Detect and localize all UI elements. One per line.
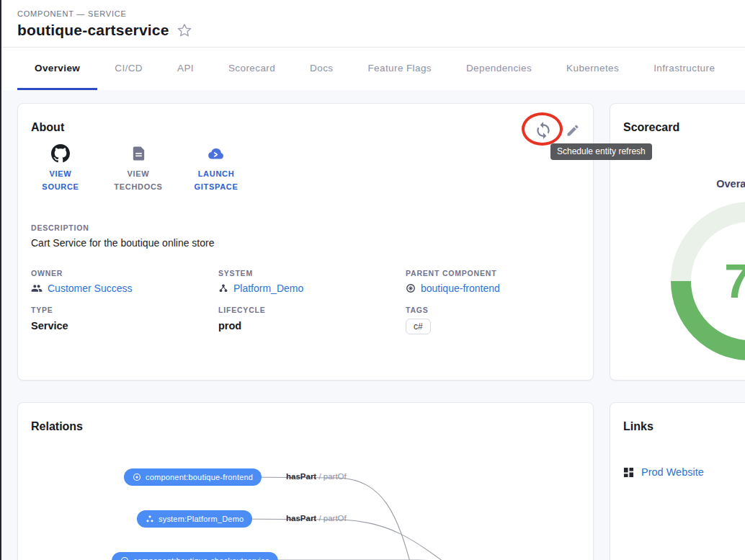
links-card-title: Links	[623, 420, 745, 433]
about-fields-grid: OWNER Customer Success SYSTEM Platform_D…	[31, 269, 579, 334]
view-source-link[interactable]: VIEW SOURCE	[31, 144, 90, 193]
refresh-icon	[534, 121, 553, 140]
tab-dependencies[interactable]: Dependencies	[449, 48, 549, 90]
about-card-title: About	[31, 121, 579, 134]
component-icon	[133, 473, 141, 481]
launch-gitspace-link[interactable]: LAUNCH GITSPACE	[187, 144, 246, 193]
lifecycle-value: prod	[218, 320, 406, 332]
description-field: DESCRIPTION Cart Service for the boutiqu…	[31, 223, 579, 249]
component-icon	[120, 556, 129, 560]
system-icon	[218, 283, 228, 293]
owner-value: Customer Success	[48, 283, 132, 294]
prod-website-label: Prod Website	[641, 466, 704, 478]
links-card: Links Prod Website	[610, 402, 745, 560]
tab-cicd[interactable]: CI/CD	[97, 48, 160, 90]
system-label: SYSTEM	[218, 269, 406, 277]
tab-bar: Overview CI/CD API Scorecard Docs Featur…	[1, 48, 745, 90]
view-source-label: VIEW SOURCE	[31, 168, 90, 193]
pencil-icon	[566, 123, 580, 138]
system-link[interactable]: Platform_Demo	[218, 283, 406, 294]
parent-component-label: PARENT COMPONENT	[406, 269, 579, 277]
owner-link[interactable]: Customer Success	[31, 283, 218, 294]
page-header: COMPONENT — SERVICE boutique-cartservice	[1, 0, 745, 48]
lifecycle-label: LIFECYCLE	[218, 306, 406, 314]
graph-node-platform-demo[interactable]: system:Platform_Demo	[137, 510, 252, 528]
dashboard-icon	[623, 467, 634, 478]
system-icon	[146, 515, 154, 523]
refresh-tooltip: Schedule entity refresh	[550, 143, 652, 160]
type-label: TYPE	[31, 306, 218, 314]
graph-node-boutique-checkoutservice[interactable]: component:boutique-checkoutservice	[112, 552, 278, 560]
tab-api[interactable]: API	[160, 48, 211, 90]
tag-chip[interactable]: c#	[406, 319, 431, 334]
tab-feature-flags[interactable]: Feature Flags	[350, 48, 449, 90]
favorite-star-icon[interactable]	[177, 22, 192, 38]
github-icon	[51, 144, 70, 163]
relations-card: Relations hasPart / partOf hasPart / par…	[17, 402, 594, 560]
system-value: Platform_Demo	[233, 283, 303, 294]
owner-field: OWNER Customer Success	[31, 269, 218, 294]
scorecard-donut: 75	[671, 202, 745, 360]
edit-entity-button[interactable]	[566, 123, 580, 138]
tab-docs[interactable]: Docs	[293, 48, 350, 90]
parent-component-value: boutique-frontend	[421, 283, 500, 294]
cloud-terminal-icon	[206, 144, 226, 163]
tab-infrastructure[interactable]: Infrastructure	[636, 48, 732, 90]
tab-scorecard[interactable]: Scorecard	[211, 48, 293, 90]
tags-label: TAGS	[406, 306, 579, 314]
edge-label: hasPart / partOf	[286, 472, 347, 481]
view-techdocs-link[interactable]: VIEW TECHDOCS	[109, 144, 168, 193]
refresh-entity-button[interactable]	[534, 121, 553, 140]
type-value: Service	[31, 320, 218, 332]
relation-edges	[18, 403, 593, 560]
about-card: About VIEW SOURCE	[17, 103, 594, 381]
about-quick-links: VIEW SOURCE VIEW TECHDOCS LAUNCH GITSPAC…	[31, 144, 579, 193]
node-label: component:boutique-frontend	[146, 473, 253, 481]
node-label: system:Platform_Demo	[159, 515, 244, 523]
owner-label: OWNER	[31, 269, 218, 277]
description-value: Cart Service for the boutique online sto…	[31, 237, 579, 249]
component-icon	[406, 283, 416, 293]
page-title: boutique-cartservice	[17, 22, 169, 39]
edge-label: hasPart / partOf	[286, 514, 347, 523]
graph-node-boutique-frontend[interactable]: component:boutique-frontend	[124, 468, 262, 486]
about-card-actions	[534, 121, 580, 140]
parent-component-field: PARENT COMPONENT boutique-frontend	[406, 269, 579, 294]
relations-graph: hasPart / partOf hasPart / partOf compon…	[18, 403, 593, 560]
group-icon	[31, 283, 43, 294]
view-techdocs-label: VIEW TECHDOCS	[109, 168, 168, 193]
lifecycle-field: LIFECYCLE prod	[218, 306, 406, 334]
prod-website-link[interactable]: Prod Website	[623, 466, 745, 478]
overall-score-label: Overall Score	[623, 178, 745, 190]
entity-page: COMPONENT — SERVICE boutique-cartservice…	[0, 0, 745, 560]
parent-component-link[interactable]: boutique-frontend	[406, 283, 579, 294]
launch-gitspace-label: LAUNCH GITSPACE	[187, 168, 246, 193]
tab-overview[interactable]: Overview	[17, 48, 97, 90]
system-field: SYSTEM Platform_Demo	[218, 269, 406, 294]
overall-score-value: 75	[691, 222, 745, 340]
tab-kubernetes[interactable]: Kubernetes	[549, 48, 636, 90]
node-label: component:boutique-checkoutservice	[133, 556, 269, 560]
description-label: DESCRIPTION	[31, 223, 579, 232]
breadcrumb: COMPONENT — SERVICE	[17, 9, 745, 18]
tags-field: TAGS c#	[406, 306, 579, 334]
type-field: TYPE Service	[31, 306, 218, 334]
document-icon	[130, 144, 147, 163]
scorecard-card-title: Scorecard	[623, 121, 745, 134]
